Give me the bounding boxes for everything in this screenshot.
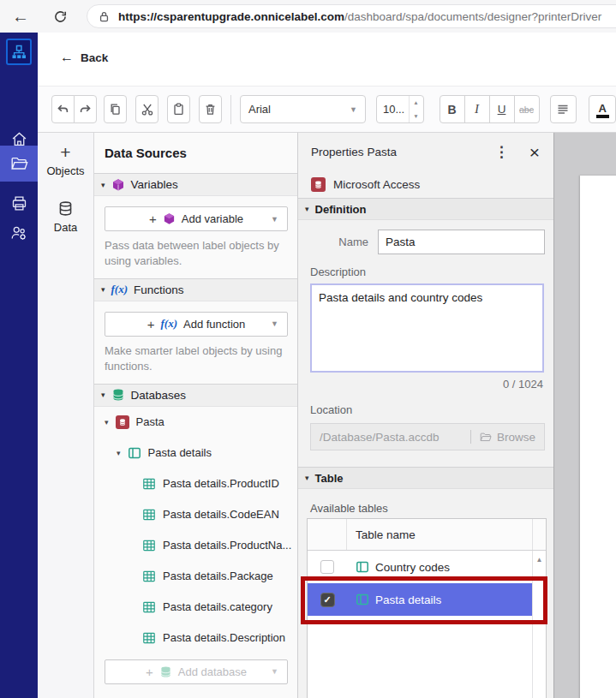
tree-node-database[interactable]: ▾ Pasta	[94, 407, 297, 438]
back-label: Back	[81, 51, 108, 64]
variable-cube-icon	[163, 212, 176, 225]
database-type-row: Microsoft Access	[298, 170, 553, 198]
location-value: /Database/Pasta.accdb	[320, 431, 463, 444]
close-icon[interactable]: ×	[529, 143, 540, 161]
sidebar-item-printers[interactable]	[0, 186, 38, 220]
italic-button[interactable]: I	[464, 95, 490, 123]
section-table[interactable]: ▾ Table	[298, 467, 553, 489]
tree-node-field[interactable]: Pasta details.Package	[94, 561, 297, 592]
access-db-icon	[116, 415, 129, 429]
lock-icon	[98, 10, 111, 23]
spinner-down-icon[interactable]: ▼	[410, 110, 423, 123]
name-input[interactable]	[378, 230, 545, 254]
delete-button[interactable]	[199, 95, 222, 123]
tab-data[interactable]: Data	[38, 200, 93, 234]
sitemap-icon	[10, 44, 27, 61]
tree-node-field[interactable]: Pasta details.Description	[94, 623, 297, 653]
tree-field-label: Pasta details.ProductNa...	[163, 539, 291, 552]
chevron-down-icon: ▼	[350, 105, 357, 114]
spinner-up-icon[interactable]: ▲	[410, 96, 423, 110]
add-function-label: Add function	[183, 318, 245, 331]
properties-title: PropertiesPasta	[311, 146, 397, 158]
checkbox-checked[interactable]: ✓	[320, 593, 335, 607]
tree-node-table[interactable]: ▾ Pasta details	[94, 438, 297, 468]
font-size-control[interactable]: 10... ▲ ▼	[376, 95, 424, 123]
expander-icon: ▾	[101, 391, 105, 399]
designer-toolbar: Arial ▼ 10... ▲ ▼ B I U abc A	[38, 86, 616, 133]
location-label: Location	[310, 403, 541, 416]
kebab-menu-icon[interactable]: ⋮	[494, 143, 509, 161]
tree-field-label: Pasta details.category	[163, 600, 272, 613]
add-variable-button[interactable]: + Add variable ▼	[105, 206, 288, 231]
table-scrollbar[interactable]: ▲	[532, 551, 546, 698]
undo-button[interactable]	[51, 95, 75, 123]
label-page[interactable]	[580, 176, 616, 698]
table-row-label: Pasta details	[375, 594, 441, 606]
add-database-button[interactable]: + Add database ▼	[105, 659, 288, 684]
browser-chrome: ← https://csparentupgrade.onnicelabel.co…	[0, 0, 616, 33]
add-function-button[interactable]: + f(x) Add function ▼	[105, 312, 288, 337]
back-button[interactable]: ← Back	[60, 50, 108, 65]
checkbox-unchecked[interactable]	[320, 560, 334, 574]
table-row-label: Country codes	[375, 561, 450, 574]
plus-icon: +	[147, 317, 155, 331]
section-databases[interactable]: ▾ Databases	[94, 384, 297, 407]
section-label: Table	[315, 472, 344, 485]
check-icon: ✓	[323, 594, 331, 606]
design-canvas[interactable]	[554, 133, 616, 698]
tree-node-field[interactable]: Pasta details.ProductNa...	[94, 530, 297, 561]
users-gear-icon	[9, 224, 28, 242]
add-variable-label: Add variable	[182, 212, 243, 225]
databases-icon	[159, 665, 172, 678]
plus-icon: +	[146, 665, 153, 679]
undo-redo-group	[51, 95, 97, 123]
redo-button[interactable]	[74, 95, 97, 123]
table-row-cell: Country codes	[347, 560, 532, 574]
section-variables[interactable]: ▾ Variables	[94, 173, 297, 196]
section-label: Variables	[131, 178, 178, 191]
font-family-select[interactable]: Arial ▼	[240, 95, 366, 123]
tree-field-label: Pasta details.ProductID	[163, 477, 279, 490]
database-icon	[57, 200, 74, 217]
back-arrow-icon: ←	[60, 50, 74, 65]
browser-back-icon[interactable]: ←	[12, 8, 29, 25]
url-path: /dashboard/spa/documents/designer?printe…	[344, 10, 601, 23]
toolbar-separator	[230, 95, 231, 124]
font-color-button[interactable]: A	[589, 95, 616, 123]
bold-button[interactable]: B	[440, 95, 465, 123]
sidebar-item-users[interactable]	[0, 216, 38, 250]
table-row-selected[interactable]: ✓ Pasta details	[308, 583, 532, 616]
char-counter: 0 / 1024	[298, 378, 543, 391]
copy-button[interactable]	[104, 95, 127, 123]
tab-data-label: Data	[54, 221, 77, 234]
scroll-up-icon[interactable]: ▲	[536, 556, 543, 698]
table-row-cell: Pasta details	[347, 593, 532, 606]
strikethrough-label: abc	[519, 104, 534, 115]
paste-button[interactable]	[167, 95, 190, 123]
align-button[interactable]	[550, 95, 577, 123]
panel-title: Data Sources	[94, 133, 297, 173]
tree-node-field[interactable]: Pasta details.ProductID	[94, 468, 297, 499]
section-functions[interactable]: ▾ f(x) Functions	[94, 278, 297, 301]
databases-icon	[111, 388, 125, 402]
checkbox-cell	[308, 551, 347, 583]
description-textarea[interactable]: Pasta details and country codes	[310, 283, 544, 373]
redo-icon	[79, 103, 92, 116]
browser-refresh-icon[interactable]	[53, 9, 68, 24]
tree-node-field[interactable]: Pasta details.category	[94, 592, 297, 623]
underline-button[interactable]: U	[489, 95, 515, 123]
tree-field-label: Pasta details.Package	[163, 570, 273, 582]
chevron-down-icon: ▼	[271, 215, 278, 224]
access-db-icon	[311, 177, 326, 192]
strikethrough-button[interactable]: abc	[514, 95, 540, 123]
table-row[interactable]: Country codes	[308, 551, 532, 583]
section-definition[interactable]: ▾ Definition	[298, 198, 553, 220]
tree-node-field[interactable]: Pasta details.CodeEAN	[94, 499, 297, 530]
browse-button[interactable]: Browse	[479, 431, 535, 444]
expander-icon: ▾	[117, 449, 121, 457]
sidebar-item-documents[interactable]	[0, 146, 38, 182]
cut-button[interactable]	[135, 95, 158, 123]
app-logo[interactable]	[6, 39, 32, 65]
tab-objects[interactable]: + Objects	[38, 145, 93, 177]
url-bar[interactable]: https://csparentupgrade.onnicelabel.com/…	[87, 4, 616, 28]
